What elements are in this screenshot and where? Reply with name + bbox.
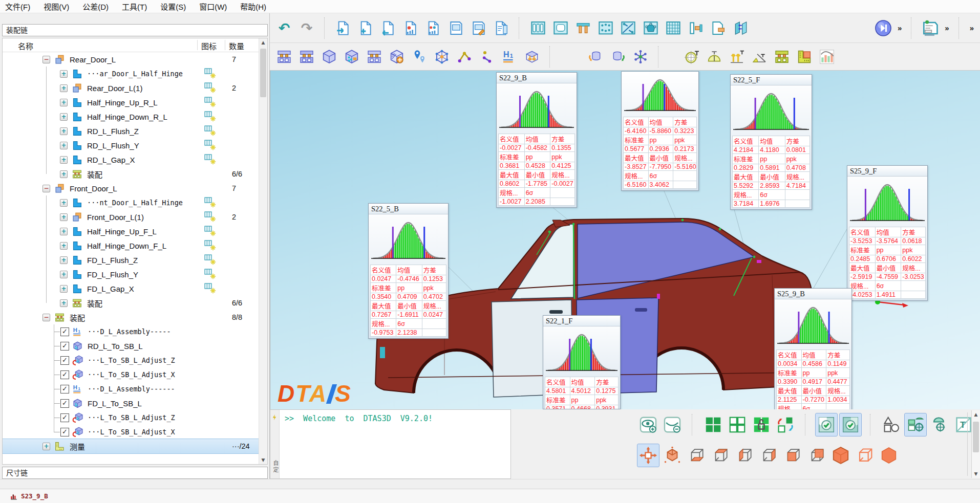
tree-row--d-l-assembly-[interactable]: ✓H1···D_L_Assembly------ (3, 382, 259, 396)
expand-icon[interactable]: + (60, 170, 68, 178)
tree-row-rd-l-flush-z[interactable]: +RD_L_Flush_Z (3, 124, 259, 138)
expand-icon[interactable]: + (42, 443, 50, 450)
face-front-button[interactable] (782, 444, 803, 467)
dome-locator-button[interactable] (929, 413, 950, 436)
tree-row--[interactable]: +装配6/6 (3, 167, 259, 181)
solid-view-large-button[interactable] (830, 444, 851, 467)
angle-protractor-button[interactable] (703, 45, 726, 69)
tree-row--l-to-sb-l-adjust-z[interactable]: ✓···L_To_SB_L_Adjust_Z (3, 410, 259, 425)
grid-gear-icon[interactable] (204, 225, 217, 237)
grid-gear-icon[interactable] (204, 211, 217, 223)
menu-item-5[interactable]: 窗口(W) (199, 1, 227, 12)
tree-row-half-hinge-down-f-l[interactable]: +Half_Hinge_Down_F_L (3, 238, 259, 253)
tree-row-rd-l-to-sb-l[interactable]: ✓RD_L_To_SB_L (3, 339, 259, 353)
row-checkbox[interactable]: ✓ (60, 356, 69, 365)
tree-row-fd-l-flush-z[interactable]: +FD_L_Flush_Z (3, 253, 259, 267)
grid-gear-icon[interactable] (204, 125, 217, 137)
row-checkbox[interactable]: ✓ (60, 413, 69, 422)
grid-gear-icon[interactable] (204, 111, 217, 123)
document-fixture-button[interactable] (707, 16, 730, 40)
panel-title[interactable]: S22_9_B (497, 73, 577, 83)
hide-object-button[interactable] (662, 413, 683, 436)
expand-icon[interactable]: + (60, 70, 68, 78)
document-panel-button[interactable] (490, 16, 513, 40)
tree-row-rd-l-flush-y[interactable]: +RD_L_Flush_Y (3, 138, 259, 152)
expand-icon[interactable]: + (60, 213, 68, 221)
export-report-button[interactable] (332, 16, 355, 40)
row-checkbox[interactable]: ✓ (60, 385, 69, 393)
dimension-chain-header[interactable]: 尺寸链 (2, 467, 268, 479)
solid-block-button[interactable] (318, 45, 340, 69)
menu-item-0[interactable]: 文件(F) (5, 1, 30, 12)
pocket-feature-button[interactable] (549, 16, 572, 40)
angle-tolerance-button[interactable] (748, 45, 771, 69)
scroll-up-icon[interactable]: ▲ (259, 38, 267, 47)
diameter-tolerance-button[interactable] (680, 45, 703, 69)
scroll-down-icon[interactable]: ▼ (259, 456, 267, 464)
iso-view-button[interactable] (662, 444, 683, 467)
statistics-chart-button[interactable] (816, 45, 838, 69)
undo-button[interactable]: ↶ (273, 16, 295, 40)
expand-icon[interactable]: + (60, 156, 68, 164)
expand-icon[interactable]: + (60, 271, 68, 278)
viewport-3d[interactable]: Z X Y S22_9_B 名义值均值方差-0.0027-0.45820.135… (270, 71, 980, 409)
viewport-refresh-button[interactable] (775, 413, 796, 436)
tree-row-half-hinge-up-r-l[interactable]: +Half_Hinge_Up_R_L (3, 95, 259, 110)
viewports-filled-button[interactable] (702, 413, 724, 436)
tree-row-rear-door-l[interactable]: −Rear_Door_L7 (3, 52, 259, 67)
tree-row--nt-door-l-half-hinge[interactable]: +···nt_Door_L_Half_Hinge (3, 195, 259, 210)
dof-network-button[interactable] (431, 45, 453, 69)
panel-scroll-down-icon[interactable]: ▼ (972, 470, 980, 478)
console-side-strip[interactable]: 自定 (270, 410, 280, 478)
grid-gear-icon[interactable] (204, 254, 217, 266)
row-checkbox[interactable]: ✓ (60, 327, 69, 336)
grid-gear-icon[interactable] (204, 96, 217, 108)
panel-title[interactable]: S22_1_F (543, 316, 620, 326)
import-model-button[interactable] (377, 16, 400, 40)
expand-icon[interactable]: + (60, 84, 68, 92)
histogram-panel-untitled[interactable]: 名义值均值方差-6.4160-5.88600.3223标准差ppppk0.567… (621, 71, 699, 191)
tree-row--l-to-sb-l-adjust-x[interactable]: ✓···L_To_SB_L_Adjust_X (3, 425, 259, 439)
panel-title[interactable]: S22_5_B (369, 204, 448, 214)
wireframe-view-button[interactable] (854, 444, 876, 467)
expand-icon[interactable]: + (60, 242, 68, 250)
tree-row--[interactable]: +装配6/6 (3, 296, 259, 310)
section-block-button[interactable] (386, 45, 408, 69)
tolerance-block-button[interactable] (340, 45, 363, 69)
clamp-fixture-button[interactable] (685, 16, 707, 40)
histogram-panel-s22_9_b[interactable]: S22_9_B 名义值均值方差-0.0027-0.45820.1355标准差pp… (496, 72, 577, 208)
tree-row-front-door-l-1-[interactable]: +Front_Door_L(1)2 (3, 210, 259, 224)
pan-view-button[interactable] (637, 444, 659, 467)
tree-row-rd-l-gap-x[interactable]: +RD_L_Gap_X (3, 152, 259, 167)
assembly-fixture-button[interactable] (771, 45, 793, 69)
histogram-panel-s25_9_b[interactable]: S25_9_B 名义值均值方差0.00340.45860.1149标准差pppp… (774, 288, 852, 409)
collapse-icon[interactable]: − (42, 56, 50, 63)
polygon-feature-button[interactable] (640, 16, 662, 40)
assembly-station-1-button[interactable] (273, 45, 295, 69)
more-chevron-2[interactable]: » (942, 24, 952, 32)
panel-scroll-thumb[interactable] (973, 422, 979, 452)
solid-view-button[interactable] (878, 444, 900, 467)
expand-icon[interactable]: + (60, 228, 68, 235)
grid-gear-icon[interactable] (204, 282, 217, 295)
simulation-window-button[interactable] (919, 16, 942, 40)
solve-check-right-button[interactable] (840, 413, 861, 436)
expand-icon[interactable]: + (60, 127, 68, 135)
basic-shapes-button[interactable] (881, 413, 902, 436)
grid-gear-icon[interactable] (204, 268, 217, 280)
menu-item-1[interactable]: 视图(V) (44, 1, 69, 12)
tree-row--l-to-sb-l-adjust-z[interactable]: ✓···L_To_SB_L_Adjust_Z (3, 353, 259, 367)
window-frame-button[interactable] (445, 16, 467, 40)
tree-row-fd-l-gap-x[interactable]: +FD_L_Gap_X (3, 281, 259, 296)
rotate-ccw-button[interactable] (607, 45, 629, 69)
measure-link-button[interactable] (453, 45, 476, 69)
dof-star-button[interactable] (629, 45, 652, 69)
histogram-panel-s22_5_f[interactable]: S22_5_F 名义值均值方差4.21844.11800.0801标准差pppp… (730, 74, 812, 210)
expand-icon[interactable]: + (60, 142, 68, 149)
grid-gear-icon[interactable] (204, 82, 217, 94)
play-start-button[interactable] (872, 16, 894, 40)
face-top-button[interactable] (710, 444, 731, 467)
expand-icon[interactable]: + (60, 285, 68, 293)
row-checkbox[interactable]: ✓ (60, 428, 69, 436)
more-chevron-3[interactable]: » (967, 24, 977, 32)
